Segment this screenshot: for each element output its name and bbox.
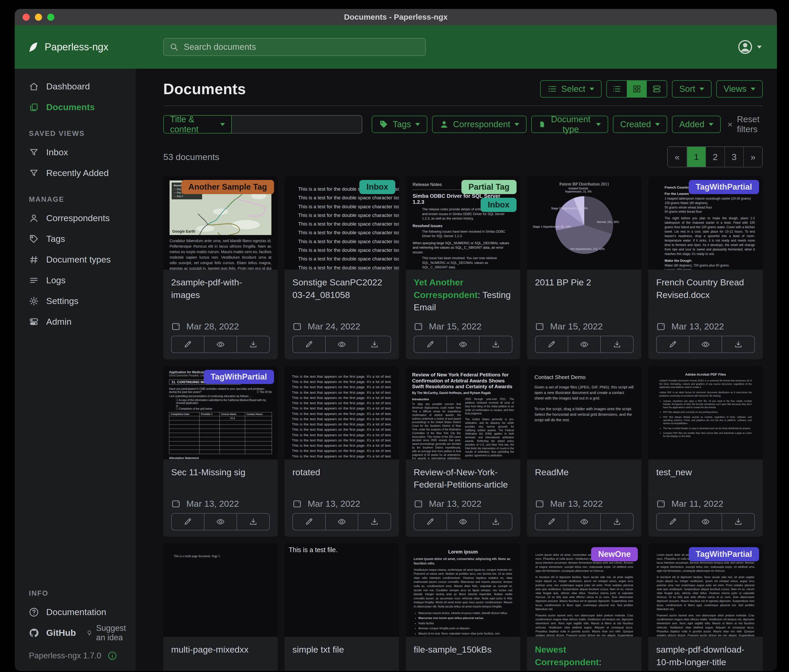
edit-button[interactable] [293,336,325,352]
document-card[interactable]: This is a multi page document. Page 1.mu… [163,543,278,671]
document-card[interactable]: Lorem ipsum dolor sit amet, consectetur … [648,543,763,671]
reset-filters-button[interactable]: × Reset filters [728,115,763,134]
download-button[interactable] [600,514,633,530]
document-title[interactable]: French Country Bread Revised.docx [648,270,763,316]
document-title[interactable]: sample-pdf-download-10-mb-longer-title [648,637,763,671]
tags-filter-button[interactable]: Tags [372,116,427,133]
search-input[interactable] [183,42,419,52]
view-button[interactable] [568,514,601,530]
tag-badge[interactable]: TagWithPartial [689,547,759,561]
tag-badge[interactable]: Partial Tag [462,180,517,194]
sidebar-item-dashboard[interactable]: Dashboard [15,76,136,97]
sidebar-item-github[interactable]: GitHub [15,623,76,643]
document-title[interactable]: Sonstige ScanPC2022 03-24_081058 [284,270,399,316]
edit-button[interactable] [657,336,689,352]
edit-button[interactable] [535,336,568,352]
close-window-button[interactable] [22,14,30,21]
tag-badge[interactable]: TagWithPartial [204,370,274,384]
tag-badge[interactable]: Another Sample Tag [181,180,274,194]
added-filter-button[interactable]: Added [672,116,720,133]
filter-text-input[interactable] [232,115,362,134]
document-title[interactable]: Newest Correspondent: f_combineds [527,637,642,671]
tag-badge[interactable]: NewOne [591,547,638,561]
document-title[interactable]: test_new [648,460,763,494]
zoom-window-button[interactable] [47,14,54,21]
download-button[interactable] [600,336,633,352]
document-title[interactable]: ReadMe [527,460,642,494]
document-card[interactable]: This is a test for the double space char… [284,176,399,359]
document-title[interactable]: simple txt file [284,637,399,671]
sidebar-item-recently-added[interactable]: Recently Added [15,162,136,183]
view-list-button[interactable] [607,81,627,97]
download-button[interactable] [236,336,269,352]
download-button[interactable] [722,336,754,352]
sort-button[interactable]: Sort [672,80,712,97]
document-card[interactable]: Contact Sheet DemoGiven a set of image f… [527,366,642,537]
tag-badge[interactable]: Inbox [481,198,517,212]
document-card[interactable]: Patient BP Distribution 2011Normal, 151,… [527,176,642,359]
download-button[interactable] [358,336,391,352]
sidebar-item-suggest-idea[interactable]: Suggest an idea [86,623,136,642]
filter-field-dropdown[interactable]: Title & content [163,115,232,134]
document-title[interactable]: rotated [284,460,399,494]
correspondent-filter-button[interactable]: Correspondent [432,116,527,133]
view-button[interactable] [204,336,237,352]
document-type-filter-button[interactable]: Document type [531,116,608,133]
pagination-page-1[interactable]: 1 [687,147,706,167]
document-card[interactable]: Review of New York Federal Petitions for… [406,366,520,537]
view-button[interactable] [446,514,479,530]
document-title[interactable]: file-sample_150kBs [406,637,520,671]
document-title[interactable]: 2sample-pdf-with-images [163,270,278,316]
view-button[interactable] [689,514,722,530]
document-title[interactable]: Sec 11-Missing sig [163,460,278,494]
document-card[interactable]: French Country BreadFor the Leaven1 heap… [648,176,763,359]
sidebar-item-inbox[interactable]: Inbox [15,142,136,162]
document-correspondent[interactable]: Newest Correspondent [535,645,599,667]
sidebar-item-correspondents[interactable]: Correspondents [15,208,136,228]
document-title[interactable]: Review-of-New-York-Federal-Petitions-art… [406,460,520,494]
pagination-prev-button[interactable]: « [668,147,687,167]
sidebar-item-settings[interactable]: Settings [15,291,136,311]
document-card[interactable]: Lorem ipsum dolor sit amet, consectetur … [527,543,642,671]
minimize-window-button[interactable] [35,14,42,21]
edit-button[interactable] [535,514,568,530]
sidebar-item-documents[interactable]: Documents [15,97,136,118]
info-circle-icon[interactable] [108,651,117,661]
edit-button[interactable] [172,514,204,530]
view-button[interactable] [325,336,358,352]
created-filter-button[interactable]: Created [613,116,667,133]
select-button[interactable]: Select [540,80,602,97]
download-button[interactable] [479,514,512,530]
document-card[interactable]: Boundary Waters Trip— Day 1— Day 2— Day … [163,176,278,359]
document-correspondent[interactable]: Yet Another Correspondent [414,277,478,300]
view-grid-button[interactable] [627,81,647,97]
document-card[interactable]: This is the text that appears on the fir… [284,366,399,537]
view-detail-button[interactable] [647,81,667,97]
edit-button[interactable] [293,514,325,530]
sidebar-item-admin[interactable]: Admin [15,311,136,332]
sidebar-item-documentation[interactable]: Documentation [15,602,136,623]
brand[interactable]: Paperless-ngx [15,41,136,53]
download-button[interactable] [358,514,391,530]
user-menu[interactable] [738,39,777,54]
document-title[interactable]: multi-page-mixedxx [163,637,278,671]
edit-button[interactable] [172,336,204,352]
view-button[interactable] [325,514,358,530]
document-card[interactable]: Application for Medical Staff MembersGoo… [163,366,278,537]
download-button[interactable] [479,336,512,352]
download-button[interactable] [722,514,754,530]
sidebar-item-tags[interactable]: Tags [15,228,136,249]
view-button[interactable] [446,336,479,352]
pagination-page-2[interactable]: 2 [706,147,724,167]
view-button[interactable] [204,514,237,530]
tag-badge[interactable]: Inbox [359,180,395,194]
pagination-page-3[interactable]: 3 [724,147,743,167]
document-title[interactable]: Yet Another Correspondent: Testing Email [406,270,520,316]
edit-button[interactable] [414,336,446,352]
document-card[interactable]: Adobe Acrobat PDF FilesAdobe® Portable D… [648,366,763,537]
sidebar-item-logs[interactable]: Logs [15,270,136,291]
document-card[interactable]: Lorem ipsumLorem ipsum dolor sit amet, c… [406,543,520,671]
views-button[interactable]: Views [716,80,763,97]
pagination-next-button[interactable]: » [743,147,762,167]
sidebar-item-document-types[interactable]: Document types [15,249,136,270]
